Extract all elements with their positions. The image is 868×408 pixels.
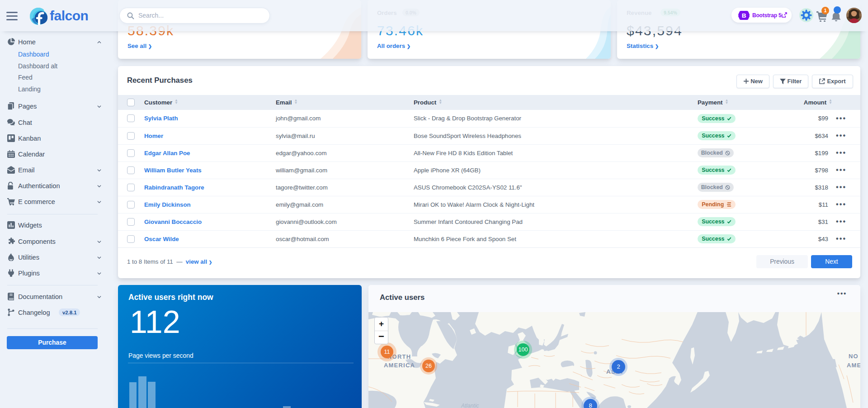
svg-text:NO: NO: [849, 353, 859, 360]
svg-text:AMERICA: AMERICA: [384, 362, 415, 369]
svg-text:Atlantic: Atlantic: [461, 403, 479, 408]
svg-text:B: B: [742, 12, 746, 19]
svg-text:AME: AME: [847, 362, 860, 369]
